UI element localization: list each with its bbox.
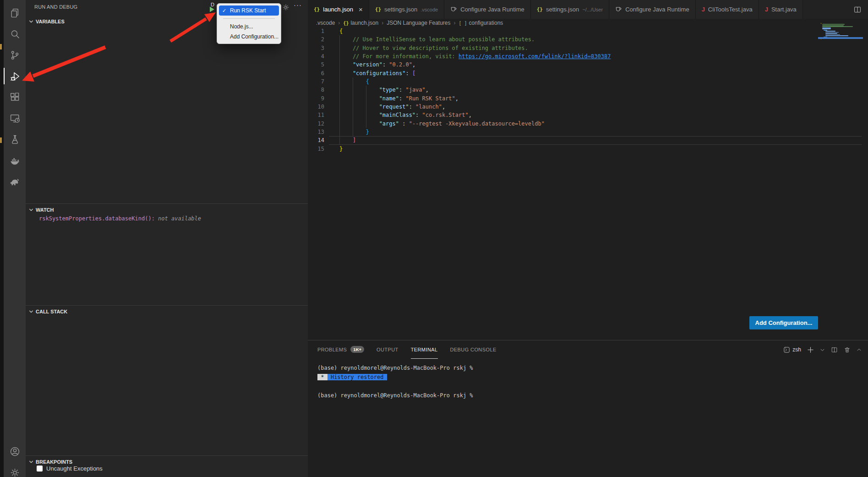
terminal-content[interactable]: (base) reynoldmorel@Reynolds-MacBook-Pro… xyxy=(317,363,473,400)
panel-tab-problems[interactable]: PROBLEMS1K+ xyxy=(317,340,364,359)
more-actions-icon[interactable]: ··· xyxy=(294,1,302,9)
search-icon[interactable] xyxy=(4,23,26,44)
bottom-panel: PROBLEMS1K+OUTPUTTERMINALDEBUG CONSOLE z… xyxy=(308,340,868,477)
line-number[interactable]: 9 xyxy=(308,94,324,103)
breadcrumb-item-launch-json[interactable]: {}launch.json xyxy=(343,20,378,26)
code-token: "mainClass" xyxy=(379,112,415,118)
settings-icon[interactable] xyxy=(4,462,26,477)
code-line[interactable]: { xyxy=(329,77,862,86)
code-line[interactable]: "configurations": [ xyxy=(329,69,862,77)
code-line[interactable]: // Use IntelliSense to learn about possi… xyxy=(329,35,862,44)
section-watch[interactable]: WATCH xyxy=(26,205,308,215)
breadcrumb-item-json-language-features[interactable]: JSON Language Features xyxy=(387,20,450,26)
explorer-icon[interactable] xyxy=(4,2,26,23)
breadcrumb-item-configurations[interactable]: [ ]configurations xyxy=(459,20,503,26)
menu-item-add-configuration[interactable]: Add Configuration... xyxy=(219,32,279,42)
code-line[interactable]: } xyxy=(329,145,862,153)
testing-icon[interactable] xyxy=(4,129,26,150)
code-line[interactable]: "name": "Run RSK Start", xyxy=(329,94,862,103)
accounts-icon[interactable] xyxy=(4,441,26,462)
line-number[interactable]: 10 xyxy=(308,103,324,111)
new-terminal-icon[interactable] xyxy=(807,346,814,353)
editor-tab-settings-json[interactable]: {}settings.json.vscode xyxy=(369,0,444,19)
breadcrumb-item-vscode[interactable]: .vscode xyxy=(316,20,335,26)
tab-label: Start.java xyxy=(771,6,797,13)
line-number[interactable]: 7 xyxy=(308,77,324,86)
launch-profile-chevron-icon[interactable] xyxy=(820,347,825,352)
remote-explorer-icon[interactable] xyxy=(4,108,26,129)
editor-tab-settings-json[interactable]: {}settings.json~/.../User xyxy=(531,0,609,19)
docker-icon[interactable] xyxy=(4,150,26,171)
line-number[interactable]: 12 xyxy=(308,120,324,128)
menu-item-node-js[interactable]: Node.js... xyxy=(219,22,279,32)
minimap-line xyxy=(822,25,844,26)
editor-tab-clitoolstest-java[interactable]: JCliToolsTest.java xyxy=(696,0,759,19)
code-token: "java" xyxy=(405,87,425,93)
editor-tab-configure-java-runtime[interactable]: Configure Java Runtime xyxy=(609,0,695,19)
breakpoint-uncaught-exceptions[interactable]: Uncaught Exceptions xyxy=(37,465,103,472)
tab-path-suffix: .vscode xyxy=(420,7,438,12)
panel-tab-debug-console[interactable]: DEBUG CONSOLE xyxy=(450,340,497,359)
debug-start-icon[interactable] xyxy=(209,6,215,12)
code-token: : xyxy=(399,95,405,102)
code-line[interactable]: "type": "java", xyxy=(329,86,862,94)
panel-tab-terminal[interactable]: TERMINAL xyxy=(411,340,438,359)
line-number[interactable]: 15 xyxy=(308,145,324,153)
minimap-line xyxy=(825,33,837,34)
code-line[interactable]: // Hover to view descriptions of existin… xyxy=(329,44,862,52)
line-number[interactable]: 14 xyxy=(308,136,324,144)
editor-tab-start-java[interactable]: JStart.java xyxy=(759,0,803,19)
code-line[interactable]: ] xyxy=(329,136,862,144)
line-number[interactable]: 11 xyxy=(308,111,324,119)
line-number[interactable]: 6 xyxy=(308,69,324,77)
code-line[interactable]: } xyxy=(329,128,862,136)
kill-terminal-trash-icon[interactable] xyxy=(844,346,851,353)
editor-gutter[interactable]: 123456789101112131415 xyxy=(308,27,324,153)
code-token: : xyxy=(405,70,412,77)
line-number[interactable]: 5 xyxy=(308,60,324,69)
panel-tab-output[interactable]: OUTPUT xyxy=(377,340,399,359)
code-line[interactable]: "version": "0.2.0", xyxy=(329,60,862,69)
extensions-icon[interactable] xyxy=(4,87,26,108)
split-editor-icon[interactable] xyxy=(853,0,868,19)
link-text[interactable]: https://go.microsoft.com/fwlink/?linkid=… xyxy=(459,53,611,60)
debug-settings-gear-icon[interactable] xyxy=(282,3,290,11)
editor-tab-configure-java-runtime[interactable]: Configure Java Runtime xyxy=(444,0,530,19)
source-control-icon[interactable] xyxy=(4,44,26,66)
terminal-prompt-line: (base) reynoldmorel@Reynolds-MacBook-Pro… xyxy=(317,391,473,400)
tab-label: Configure Java Runtime xyxy=(460,6,524,13)
add-configuration-button[interactable]: Add Configuration... xyxy=(749,316,818,329)
section-call-stack[interactable]: CALL STACK xyxy=(26,307,308,317)
maximize-panel-chevron-icon[interactable] xyxy=(857,347,862,352)
code-line[interactable]: "mainClass": "co.rsk.Start", xyxy=(329,111,862,119)
run-and-debug-icon[interactable] xyxy=(4,66,26,87)
minimap-line xyxy=(821,39,821,40)
code-token: "type" xyxy=(379,87,399,93)
json-file-icon: {} xyxy=(314,6,320,12)
line-number[interactable]: 3 xyxy=(308,44,324,52)
split-terminal-icon[interactable] xyxy=(831,346,838,353)
line-number[interactable]: 8 xyxy=(308,86,324,94)
checkbox[interactable] xyxy=(37,466,43,472)
editor-tab-launch-json[interactable]: {}launch.json× xyxy=(308,0,369,19)
terminal-prompt-line: (base) reynoldmorel@Reynolds-MacBook-Pro… xyxy=(317,363,473,373)
code-line[interactable]: "request": "launch", xyxy=(329,103,862,111)
code-line[interactable]: // For more information, visit: https://… xyxy=(329,52,862,60)
close-icon[interactable]: × xyxy=(359,6,363,13)
menu-item-run-rsk-start[interactable]: Run RSK Start xyxy=(219,5,279,16)
code-line[interactable]: { xyxy=(329,27,862,35)
line-number[interactable]: 13 xyxy=(308,128,324,136)
java-file-icon: J xyxy=(765,6,768,13)
watch-expression-row[interactable]: rskSystemProperties.databaseKind(): not … xyxy=(39,215,201,222)
code-token: "version" xyxy=(353,61,382,68)
line-number[interactable]: 4 xyxy=(308,52,324,60)
background-accent-mark xyxy=(0,137,2,143)
terminal-shell-item[interactable]: zsh xyxy=(783,346,801,353)
watch-value: not available xyxy=(155,215,201,222)
gradle-icon[interactable] xyxy=(4,171,26,192)
line-number[interactable]: 1 xyxy=(308,27,324,35)
minimap-line xyxy=(825,34,841,35)
line-number[interactable]: 2 xyxy=(308,35,324,44)
code-line[interactable]: "args" : "--regtest -Xkeyvalue.datasourc… xyxy=(329,120,862,128)
code-editor[interactable]: {// Use IntelliSense to learn about poss… xyxy=(329,27,862,153)
